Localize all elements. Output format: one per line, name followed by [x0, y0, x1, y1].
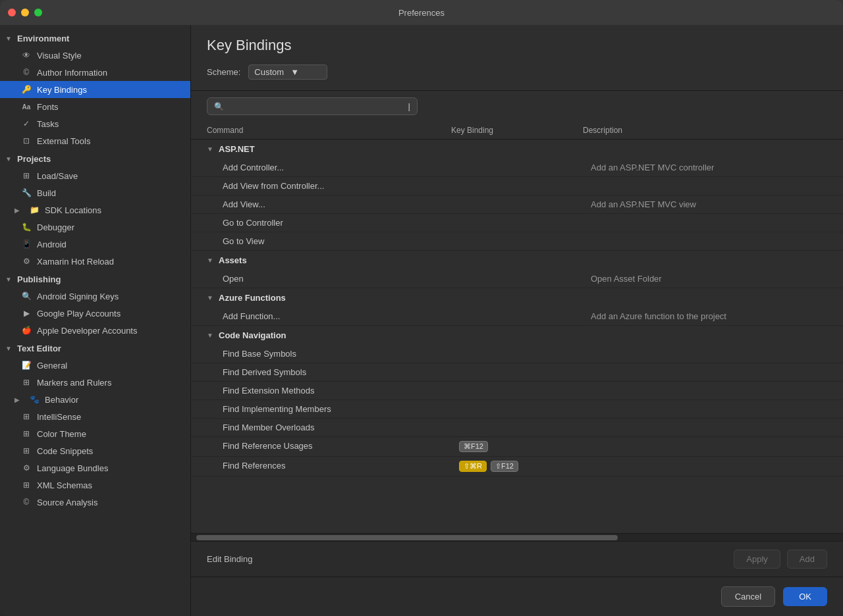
sidebar-item-apple-developer-accounts[interactable]: 🍎 Apple Developer Accounts — [0, 322, 190, 339]
sidebar-item-sdk-locations[interactable]: ▶ 📁 SDK Locations — [0, 201, 190, 218]
command-binding — [459, 236, 591, 246]
table-row[interactable]: Find Extension Methods — [191, 382, 843, 400]
android-icon: 📱 — [21, 239, 32, 249]
table-row[interactable]: Open Open Asset Folder — [191, 270, 843, 288]
scheme-dropdown[interactable]: Custom ▼ — [248, 64, 327, 80]
section-code-navigation[interactable]: ▼ Code Navigation — [191, 326, 843, 345]
add-button[interactable]: Add — [787, 550, 827, 569]
command-binding — [459, 423, 591, 432]
sidebar-section-environment-header[interactable]: ▼ Environment — [0, 30, 190, 47]
sidebar-section-projects-header[interactable]: ▼ Projects — [0, 151, 190, 167]
sidebar: ▼ Environment 👁 Visual Style © Author In… — [0, 25, 191, 616]
column-command: Command — [207, 126, 451, 135]
section-azure-functions[interactable]: ▼ Azure Functions — [191, 288, 843, 307]
apply-button[interactable]: Apply — [734, 550, 780, 569]
section-assets[interactable]: ▼ Assets — [191, 251, 843, 270]
search-input[interactable] — [228, 101, 404, 111]
command-binding: ⌘F12 — [459, 441, 591, 452]
sidebar-item-label: Android Signing Keys — [37, 292, 119, 301]
sidebar-item-general[interactable]: 📝 General — [0, 357, 190, 374]
sidebar-item-external-tools[interactable]: ⊡ External Tools — [0, 132, 190, 149]
command-binding — [459, 367, 591, 377]
section-assets-title: Assets — [219, 255, 247, 265]
sidebar-item-load-save[interactable]: ⊞ Load/Save — [0, 167, 190, 184]
table-row[interactable]: Add View from Controller... — [191, 177, 843, 195]
load-save-icon: ⊞ — [21, 170, 32, 181]
google-play-icon: ▶ — [21, 308, 32, 319]
sidebar-item-xamarin-hot-reload[interactable]: ⚙ Xamarin Hot Reload — [0, 253, 190, 270]
table-row[interactable]: Add View... Add an ASP.NET MVC view — [191, 195, 843, 214]
sidebar-item-tasks[interactable]: ✓ Tasks — [0, 115, 190, 132]
sdk-locations-icon: 📁 — [29, 205, 40, 215]
sidebar-section-publishing-header[interactable]: ▼ Publishing — [0, 271, 190, 288]
sidebar-item-markers-and-rulers[interactable]: ⊞ Markers and Rulers — [0, 374, 190, 391]
preferences-window: Preferences ▼ Environment 👁 Visual Style… — [0, 0, 843, 616]
command-description — [591, 181, 827, 191]
section-aspnet[interactable]: ▼ ASP.NET — [191, 140, 843, 159]
table-container[interactable]: ▼ ASP.NET Add Controller... Add an ASP.N… — [191, 140, 843, 533]
sidebar-item-key-bindings[interactable]: 🔑 Key Bindings — [0, 81, 190, 98]
markers-icon: ⊞ — [21, 377, 32, 388]
table-row[interactable]: Add Function... Add an Azure function to… — [191, 307, 843, 326]
debugger-icon: 🐛 — [21, 222, 32, 232]
command-binding — [459, 199, 591, 209]
page-title: Key Bindings — [207, 37, 827, 54]
table-row[interactable]: Add Controller... Add an ASP.NET MVC con… — [191, 159, 843, 177]
chevron-down-icon: ▼ — [207, 145, 215, 153]
sidebar-item-build[interactable]: 🔧 Build — [0, 184, 190, 201]
sidebar-item-color-theme[interactable]: ⊞ Color Theme — [0, 425, 190, 442]
sidebar-item-label: General — [37, 361, 67, 371]
sidebar-item-fonts[interactable]: Aa Fonts — [0, 98, 190, 115]
key-badge: ⌘F12 — [459, 441, 488, 452]
close-button[interactable] — [8, 9, 16, 16]
sidebar-item-source-analysis[interactable]: © Source Analysis — [0, 494, 190, 511]
table-row[interactable]: Find Member Overloads — [191, 419, 843, 437]
chevron-down-icon: ▼ — [207, 257, 215, 264]
sidebar-item-code-snippets[interactable]: ⊞ Code Snippets — [0, 442, 190, 459]
ok-button[interactable]: OK — [783, 587, 827, 606]
scrollbar-thumb[interactable] — [196, 535, 618, 540]
command-binding — [459, 404, 591, 414]
sidebar-item-label: Apple Developer Accounts — [37, 326, 137, 336]
sidebar-item-language-bundles[interactable]: ⚙ Language Bundles — [0, 459, 190, 476]
horizontal-scrollbar[interactable] — [191, 533, 843, 541]
sidebar-item-android[interactable]: 📱 Android — [0, 236, 190, 253]
table-row[interactable]: Go to View — [191, 232, 843, 251]
table-row[interactable]: Find References ⇧⌘R ⇧F12 — [191, 457, 843, 476]
sidebar-item-label: XML Schemas — [37, 480, 92, 490]
table-row[interactable]: Find Base Symbols — [191, 345, 843, 363]
sidebar-item-label: Fonts — [37, 102, 59, 112]
sidebar-item-android-signing-keys[interactable]: 🔍 Android Signing Keys — [0, 288, 190, 305]
sidebar-item-label: SDK Locations — [45, 205, 101, 215]
sidebar-item-label: Color Theme — [37, 429, 86, 439]
cancel-button[interactable]: Cancel — [721, 586, 775, 607]
command-description — [591, 218, 827, 228]
maximize-button[interactable] — [34, 9, 42, 16]
main-content: ▼ Environment 👁 Visual Style © Author In… — [0, 25, 843, 616]
chevron-down-icon: ▼ — [5, 155, 14, 163]
sidebar-item-debugger[interactable]: 🐛 Debugger — [0, 218, 190, 236]
key-badge: ⇧F12 — [491, 461, 518, 472]
sidebar-item-author-information[interactable]: © Author Information — [0, 64, 190, 81]
command-description: Add an ASP.NET MVC view — [591, 199, 827, 209]
table-row[interactable]: Find Derived Symbols — [191, 363, 843, 382]
sidebar-item-google-play-accounts[interactable]: ▶ Google Play Accounts — [0, 305, 190, 322]
search-box[interactable]: 🔍 | — [207, 97, 418, 115]
chevron-down-icon: ▼ — [5, 276, 14, 283]
table-row[interactable]: Find Reference Usages ⌘F12 — [191, 437, 843, 457]
sidebar-section-text-editor-header[interactable]: ▼ Text Editor — [0, 340, 190, 357]
command-name: Find References — [223, 461, 459, 472]
table-row[interactable]: Find Implementing Members — [191, 400, 843, 419]
minimize-button[interactable] — [21, 9, 29, 16]
sidebar-item-visual-style[interactable]: 👁 Visual Style — [0, 47, 190, 64]
sidebar-item-intellisense[interactable]: ⊞ IntelliSense — [0, 408, 190, 425]
command-name: Find Extension Methods — [223, 386, 459, 396]
sidebar-item-label: Tasks — [37, 119, 59, 129]
command-description — [591, 423, 827, 432]
table-row[interactable]: Go to Controller — [191, 214, 843, 232]
scheme-row: Scheme: Custom ▼ — [207, 64, 827, 80]
sidebar-item-xml-schemas[interactable]: ⊞ XML Schemas — [0, 476, 190, 494]
content-header: Key Bindings Scheme: Custom ▼ — [191, 25, 843, 91]
command-binding — [459, 349, 591, 359]
sidebar-item-behavior[interactable]: ▶ 🐾 Behavior — [0, 391, 190, 408]
